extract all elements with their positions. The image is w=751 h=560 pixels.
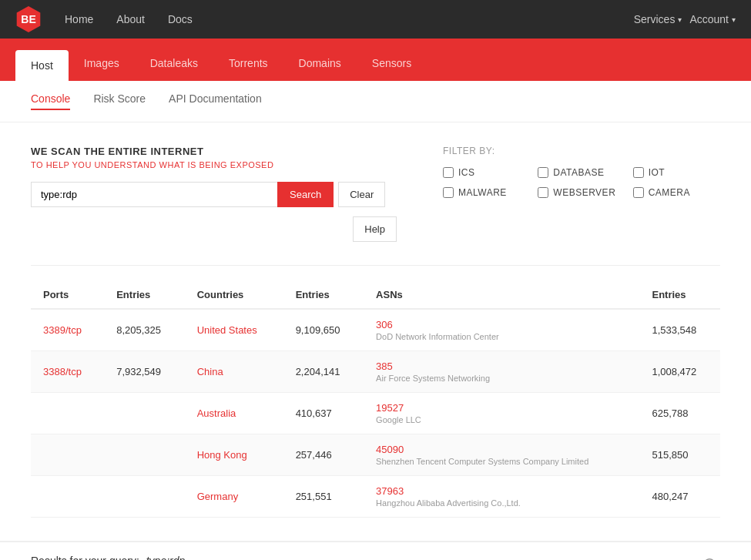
tab-torrents[interactable]: Torrents bbox=[213, 48, 283, 81]
port-link[interactable]: 3389/tcp bbox=[43, 324, 82, 336]
chevron-down-icon: ▾ bbox=[732, 15, 736, 24]
account-button[interactable]: Account ▾ bbox=[689, 13, 736, 25]
filter-malware-checkbox[interactable] bbox=[443, 187, 454, 198]
cell-asn[interactable]: 385 Air Force Systems Networking bbox=[364, 351, 639, 393]
filter-iot-label: IOT bbox=[649, 167, 666, 178]
table-row: 3389/tcp 8,205,325 United States 9,109,6… bbox=[31, 309, 720, 351]
country-link[interactable]: Australia bbox=[197, 407, 236, 419]
nav-links: Home About Docs bbox=[65, 13, 193, 25]
search-section: WE SCAN THE ENTIRE INTERNET TO HELP YOU … bbox=[31, 146, 720, 242]
nav-about[interactable]: About bbox=[116, 13, 145, 25]
asn-name: Shenzhen Tencent Computer Systems Compan… bbox=[376, 457, 627, 466]
cell-country-entries: 2,204,141 bbox=[283, 351, 364, 393]
cell-port[interactable]: 3389/tcp bbox=[31, 309, 104, 351]
filter-ics-checkbox[interactable] bbox=[443, 167, 454, 178]
table-row: 3388/tcp 7,932,549 China 2,204,141 385 A… bbox=[31, 351, 720, 393]
cell-country-entries: 9,109,650 bbox=[283, 309, 364, 351]
asn-link[interactable]: 19527 bbox=[376, 402, 404, 414]
cell-asn-entries: 1,533,548 bbox=[639, 309, 720, 351]
col-asns: ASNs bbox=[364, 281, 639, 309]
cell-country[interactable]: Hong Kong bbox=[185, 434, 283, 476]
cell-country[interactable]: Australia bbox=[185, 393, 283, 434]
nav-docs[interactable]: Docs bbox=[168, 13, 193, 25]
filter-camera-label: CAMERA bbox=[649, 187, 690, 198]
country-link[interactable]: United States bbox=[197, 324, 257, 336]
cell-country-entries: 410,637 bbox=[283, 393, 364, 434]
search-actions: Help bbox=[31, 216, 397, 242]
cell-asn-entries: 480,247 bbox=[639, 476, 720, 518]
filter-webserver-checkbox[interactable] bbox=[538, 187, 548, 198]
cell-country[interactable]: United States bbox=[185, 309, 283, 351]
filter-malware: MALWARE bbox=[443, 187, 530, 198]
filter-title: FILTER BY: bbox=[443, 146, 720, 156]
chevron-down-icon: ▾ bbox=[678, 15, 682, 24]
cell-country-entries: 251,551 bbox=[283, 476, 364, 518]
sub-nav: Console Risk Score API Documentation bbox=[0, 81, 751, 122]
tab-sensors[interactable]: Sensors bbox=[357, 48, 427, 81]
tab-dataleaks[interactable]: Dataleaks bbox=[135, 48, 213, 81]
nav-home[interactable]: Home bbox=[65, 13, 93, 25]
asn-name: Air Force Systems Networking bbox=[376, 374, 627, 383]
cell-port-entries bbox=[104, 393, 184, 434]
tabs-bar: Host Images Dataleaks Torrents Domains S… bbox=[0, 39, 751, 81]
table-row: Hong Kong 257,446 45090 Shenzhen Tencent… bbox=[31, 434, 720, 476]
help-button[interactable]: Help bbox=[353, 216, 397, 242]
asn-name: DoD Network Information Center bbox=[376, 332, 627, 341]
search-left: WE SCAN THE ENTIRE INTERNET TO HELP YOU … bbox=[31, 146, 397, 242]
data-table: Ports Entries Countries Entries ASNs Ent… bbox=[31, 281, 720, 518]
filter-iot-checkbox[interactable] bbox=[633, 167, 644, 178]
services-button[interactable]: Services ▾ bbox=[634, 13, 682, 25]
cell-country[interactable]: China bbox=[185, 351, 283, 393]
cell-asn-entries: 515,850 bbox=[639, 434, 720, 476]
country-link[interactable]: Germany bbox=[197, 491, 238, 502]
subnav-api-docs[interactable]: API Documentation bbox=[169, 92, 262, 110]
col-ports-entries: Entries bbox=[104, 281, 184, 309]
section-divider bbox=[31, 265, 720, 266]
cell-port bbox=[31, 434, 104, 476]
filter-section: FILTER BY: ICS DATABASE IOT MALWARE bbox=[443, 146, 720, 242]
cell-asn[interactable]: 19527 Google LLC bbox=[364, 393, 639, 434]
cell-asn[interactable]: 45090 Shenzhen Tencent Computer Systems … bbox=[364, 434, 639, 476]
results-bar: Results for your query: type:rdp 16,140,… bbox=[0, 542, 751, 560]
filter-malware-label: MALWARE bbox=[458, 187, 507, 198]
subnav-console[interactable]: Console bbox=[31, 92, 70, 110]
brand-logo[interactable]: BE bbox=[15, 6, 42, 32]
cell-asn[interactable]: 37963 Hangzhou Alibaba Advertising Co.,L… bbox=[364, 476, 639, 518]
filter-webserver: WEBSERVER bbox=[538, 187, 625, 198]
table-header-row: Ports Entries Countries Entries ASNs Ent… bbox=[31, 281, 720, 309]
results-query: type:rdp bbox=[146, 555, 186, 560]
cell-asn-entries: 1,008,472 bbox=[639, 351, 720, 393]
country-link[interactable]: Hong Kong bbox=[197, 449, 247, 461]
clear-button[interactable]: Clear bbox=[338, 182, 385, 207]
cell-port-entries: 8,205,325 bbox=[104, 309, 184, 351]
main-content: WE SCAN THE ENTIRE INTERNET TO HELP YOU … bbox=[0, 122, 751, 541]
asn-link[interactable]: 37963 bbox=[376, 485, 404, 497]
country-link[interactable]: China bbox=[197, 366, 223, 377]
tab-domains[interactable]: Domains bbox=[283, 48, 357, 81]
tab-images[interactable]: Images bbox=[69, 48, 135, 81]
cell-country[interactable]: Germany bbox=[185, 476, 283, 518]
asn-link[interactable]: 45090 bbox=[376, 444, 404, 455]
filter-grid: ICS DATABASE IOT MALWARE WEBSERVER bbox=[443, 167, 720, 198]
cell-port-entries bbox=[104, 434, 184, 476]
tab-host[interactable]: Host bbox=[15, 50, 69, 81]
search-input[interactable] bbox=[31, 182, 277, 207]
cell-port[interactable]: 3388/tcp bbox=[31, 351, 104, 393]
search-button[interactable]: Search bbox=[277, 182, 334, 207]
col-ports: Ports bbox=[31, 281, 104, 309]
asn-link[interactable]: 385 bbox=[376, 360, 393, 372]
cell-asn[interactable]: 306 DoD Network Information Center bbox=[364, 309, 639, 351]
table-row: Australia 410,637 19527 Google LLC 625,7… bbox=[31, 393, 720, 434]
search-btn-group: Search Clear bbox=[277, 182, 385, 207]
filter-database-checkbox[interactable] bbox=[538, 167, 548, 178]
cell-port bbox=[31, 476, 104, 518]
search-title: WE SCAN THE ENTIRE INTERNET bbox=[31, 146, 397, 157]
port-link[interactable]: 3388/tcp bbox=[43, 366, 82, 377]
filter-camera: CAMERA bbox=[633, 187, 720, 198]
filter-camera-checkbox[interactable] bbox=[633, 187, 644, 198]
results-text: Results for your query: type:rdp 16,140,… bbox=[31, 555, 185, 560]
upload-icon[interactable] bbox=[703, 557, 720, 561]
asn-link[interactable]: 306 bbox=[376, 319, 393, 330]
nav-right: Services ▾ Account ▾ bbox=[634, 13, 736, 25]
subnav-risk-score[interactable]: Risk Score bbox=[93, 92, 146, 110]
